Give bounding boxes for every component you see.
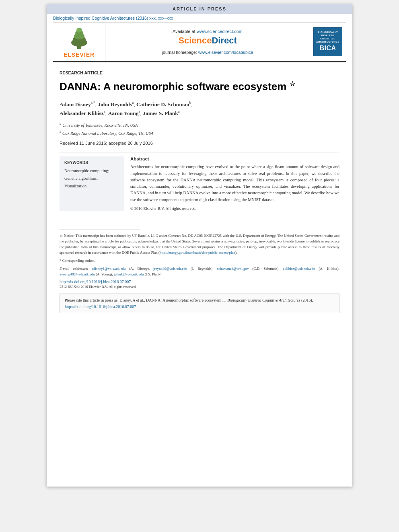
title-star: ☆: [290, 80, 295, 87]
email-plank[interactable]: jplank@vols.utk.edu: [114, 272, 144, 276]
author-aleksander-klibisz: Aleksander Klibisz: [60, 110, 104, 116]
aff-a-sup: a: [60, 121, 61, 125]
footnote-star: ☆: [60, 234, 63, 238]
available-text: Available at www.sciencedirect.com: [173, 29, 243, 34]
license-text: 2212-683X/© 2016 Elsevier B.V. All right…: [60, 285, 339, 289]
corresponding-star: *: [60, 259, 62, 263]
aff-b-text: Oak Ridge National Laboratory, Oak Ridge…: [62, 131, 153, 135]
author-adam-sup: a,*: [91, 101, 95, 105]
elsevier-logo: ELSEVIER: [64, 26, 95, 58]
sciencedirect-logo: ScienceDirect: [178, 35, 237, 46]
doi-text: http://dx.doi.org/10.1016/j.bica.2016.07…: [60, 279, 339, 284]
page: ARTICLE IN PRESS Biologically Inspired C…: [47, 4, 352, 487]
footnote-corresponding: * Corresponding author.: [60, 258, 339, 264]
sep3: ,: [191, 101, 192, 107]
journal-homepage-link[interactable]: www.elsevier.com/locate/bica: [198, 50, 253, 55]
aff-b-sup: b: [60, 129, 61, 134]
cite-text-after: (2016),: [300, 298, 313, 302]
abstract-column: Abstract Architectures for neuromorphic …: [130, 156, 339, 211]
keyword-2: Genetic algorithms;: [64, 175, 119, 183]
header-center: Available at www.sciencedirect.com Scien…: [105, 23, 310, 61]
affiliations: a University of Tennessee, Knoxville, TN…: [60, 121, 339, 137]
cite-box: Please cite this article in press as: Di…: [60, 294, 339, 313]
keywords-column: KEYWORDS Neuromorphic computing; Genetic…: [60, 156, 124, 211]
sd-direct: Direct: [212, 35, 237, 45]
email-label: E-mail addresses:: [60, 267, 88, 271]
banner-text: ARTICLE IN PRESS: [173, 6, 226, 11]
elsevier-tree-icon: [65, 26, 93, 50]
author-adam-disney: Adam Disney: [60, 101, 91, 107]
email-young[interactable]: ayoung48@vols.utk.edu: [60, 272, 95, 276]
author-aaron-young: Aaron Young: [108, 110, 138, 116]
section-label: RESEARCH ARTICLE: [60, 70, 339, 75]
keyword-1: Neuromorphic computing;: [64, 167, 119, 175]
title-text: DANNA: A neuromorphic software ecosystem: [60, 80, 286, 92]
journal-line: Biologically Inspired Cognitive Architec…: [47, 14, 352, 22]
author-john-reynolds: John Reynolds: [98, 101, 132, 107]
sd-science: Science: [178, 35, 212, 45]
elsevier-text: ELSEVIER: [64, 51, 95, 58]
abstract-area: KEYWORDS Neuromorphic computing; Genetic…: [60, 152, 339, 215]
bica-logo: BIOLOGICALLYINSPIREDCOGNITIVEARCHITECTUR…: [313, 27, 342, 56]
author-james-sup: a: [178, 109, 180, 113]
bica-logo-area: BIOLOGICALLYINSPIREDCOGNITIVEARCHITECTUR…: [310, 23, 346, 61]
doi-link[interactable]: http://dx.doi.org/10.1016/j.bica.2016.07…: [60, 279, 131, 284]
author-james-plank: James S. Plank: [143, 110, 178, 116]
email-klibisz[interactable]: aklibisz@vols.utk.edu: [283, 267, 315, 271]
bica-text-top: BIOLOGICALLYINSPIREDCOGNITIVEARCHITECTUR…: [316, 31, 339, 43]
email-reynolds[interactable]: jreyno40@vols.utk.edu: [153, 267, 187, 271]
main-content: RESEARCH ARTICLE DANNA: A neuromorphic s…: [47, 62, 352, 222]
article-in-press-banner: ARTICLE IN PRESS: [47, 4, 352, 14]
email-disney[interactable]: adisney1@vols.utk.edu: [92, 267, 125, 271]
abstract-heading: Abstract: [130, 156, 339, 161]
received-line: Received 11 June 2016; accepted 26 July …: [60, 141, 339, 146]
svg-point-6: [76, 28, 82, 33]
footnote-divider: [60, 230, 140, 230]
cite-italic: Biologically Inspired Cognitive Architec…: [227, 298, 300, 302]
bica-acronym: BICA: [319, 45, 336, 52]
keywords-heading: KEYWORDS: [64, 160, 119, 165]
footnote-section: ☆ Notice: This manuscript has been autho…: [47, 230, 352, 289]
copyright-text: © 2016 Elsevier B.V. All rights reserved…: [130, 206, 339, 211]
doe-link[interactable]: http://energy.gov/downloads/doe-public-a…: [160, 251, 235, 255]
journal-line-text: Biologically Inspired Cognitive Architec…: [53, 16, 173, 21]
cite-text-before: Please cite this article in press as: Di…: [65, 298, 227, 302]
homepage-text: journal homepage: www.elsevier.com/locat…: [162, 50, 253, 55]
footnote-notice: ☆ Notice: This manuscript has been autho…: [60, 233, 339, 256]
elsevier-logo-area: ELSEVIER: [53, 23, 105, 61]
aff-a-text: University of Tennessee, Knoxville, TN, …: [62, 123, 138, 127]
authors-line: Adam Disneya,*, John Reynoldsa, Catherin…: [60, 100, 339, 117]
email-schuman[interactable]: schumancd@ornl.gov: [217, 267, 249, 271]
footnote-emails: E-mail addresses: adisney1@vols.utk.edu …: [60, 266, 339, 277]
abstract-text: Architectures for neuromorphic computing…: [130, 164, 339, 203]
cite-doi-link[interactable]: http://dx.doi.org/10.1016/j.bica.2016.07…: [65, 304, 136, 309]
sd-link[interactable]: www.sciencedirect.com: [197, 29, 243, 34]
paper-title: DANNA: A neuromorphic software ecosystem…: [60, 80, 339, 93]
header-area: ELSEVIER Available at www.sciencedirect.…: [53, 22, 346, 62]
author-catherine-schuman: Catherine D. Schuman: [136, 101, 189, 107]
keyword-3: Visualization: [64, 183, 119, 190]
